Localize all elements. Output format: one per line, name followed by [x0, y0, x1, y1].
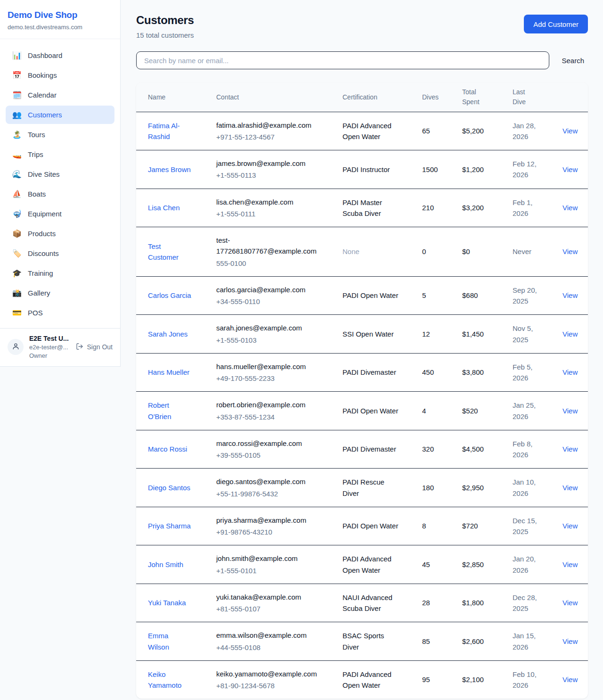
view-link[interactable]: View — [562, 330, 578, 338]
customer-email: robert.obrien@example.com — [216, 399, 319, 410]
search-input[interactable] — [136, 51, 549, 69]
calendar-icon: 🗓️ — [12, 91, 22, 99]
customer-certification: PADI Advanced Open Water — [342, 553, 400, 576]
user-info: E2E Test U... e2e-tester@... Owner — [29, 335, 70, 359]
customer-last-dive: Never — [513, 246, 543, 257]
customer-last-dive: Feb 1, 2026 — [513, 197, 543, 219]
sidebar: Demo Dive Shop demo.test.divestreams.com… — [0, 0, 121, 367]
trips-icon: 🚤 — [12, 150, 22, 159]
customer-name-link[interactable]: Fatima Al-Rashid — [148, 120, 191, 142]
sidebar-item-dive-sites[interactable]: 🌊 Dive Sites — [6, 165, 114, 183]
customer-email: yuki.tanaka@example.com — [216, 592, 319, 602]
view-link[interactable]: View — [562, 675, 578, 684]
customer-name-link[interactable]: Keiko Yamamoto — [148, 669, 191, 691]
customer-phone: +353-87-555-1234 — [216, 412, 334, 422]
customer-name-link[interactable]: Priya Sharma — [148, 520, 191, 531]
customer-phone: +1-555-0111 — [216, 208, 334, 219]
table-row: Test Customer test-1772681807767@example… — [136, 227, 588, 277]
sidebar-item-pos[interactable]: 💳 POS — [6, 304, 114, 322]
sidebar-item-boats[interactable]: ⛵ Boats — [6, 185, 114, 203]
customer-name-link[interactable]: John Smith — [148, 559, 183, 570]
column-header-name: Name — [136, 82, 216, 112]
sidebar-item-training[interactable]: 🎓 Training — [6, 264, 114, 282]
customer-phone: +1-555-0113 — [216, 170, 334, 181]
view-link[interactable]: View — [562, 445, 578, 453]
customer-name-link[interactable]: Hans Mueller — [148, 367, 189, 378]
products-icon: 📦 — [12, 229, 22, 238]
customer-name-link[interactable]: Carlos Garcia — [148, 290, 191, 301]
sidebar-item-products[interactable]: 📦 Products — [6, 224, 114, 243]
customer-last-dive: Feb 12, 2026 — [513, 158, 543, 181]
customer-email: fatima.alrashid@example.com — [216, 120, 319, 131]
customer-name-link[interactable]: Sarah Jones — [148, 329, 187, 339]
customers-table-card: NameContactCertificationDivesTotal Spent… — [136, 82, 588, 699]
customer-total-spent: $0 — [462, 247, 470, 255]
sidebar-item-trips[interactable]: 🚤 Trips — [6, 145, 114, 164]
view-link[interactable]: View — [562, 204, 578, 212]
customer-name-link[interactable]: Marco Rossi — [148, 444, 187, 454]
customer-name-link[interactable]: Lisa Chen — [148, 202, 180, 213]
customer-dives: 8 — [422, 522, 426, 530]
customer-total-spent: $2,100 — [462, 675, 484, 684]
customer-certification: NAUI Advanced Scuba Diver — [342, 592, 400, 614]
sidebar-header: Demo Dive Shop demo.test.divestreams.com — [0, 0, 120, 39]
sidebar-item-discounts[interactable]: 🏷️ Discounts — [6, 244, 114, 263]
view-link[interactable]: View — [562, 637, 578, 645]
sidebar-item-dashboard[interactable]: 📊 Dashboard — [6, 46, 114, 65]
view-link[interactable]: View — [562, 522, 578, 530]
view-link[interactable]: View — [562, 407, 578, 415]
sidebar-item-calendar[interactable]: 🗓️ Calendar — [6, 86, 114, 104]
customers-icon: 👥 — [12, 110, 22, 119]
table-row: Sarah Jones sarah.jones@example.com +1-5… — [136, 315, 588, 354]
sidebar-item-equipment[interactable]: 🤿 Equipment — [6, 205, 114, 223]
equipment-icon: 🤿 — [12, 209, 22, 218]
sign-out-button[interactable]: Sign Out — [76, 343, 113, 352]
customer-total-spent: $4,500 — [462, 445, 484, 453]
view-link[interactable]: View — [562, 127, 578, 135]
customer-dives: 45 — [422, 560, 430, 568]
search-row: Search — [136, 51, 588, 69]
sidebar-item-customers[interactable]: 👥 Customers — [6, 106, 114, 124]
view-link[interactable]: View — [562, 599, 578, 607]
user-name: E2E Test U... — [29, 335, 70, 342]
customer-name-link[interactable]: Diego Santos — [148, 482, 190, 493]
customer-total-spent: $1,800 — [462, 599, 484, 607]
tours-icon: 🏝️ — [12, 130, 22, 139]
customer-last-dive: Dec 28, 2025 — [513, 592, 543, 614]
search-button[interactable]: Search — [562, 57, 588, 65]
customer-name-link[interactable]: Emma Wilson — [148, 630, 191, 652]
customer-name-link[interactable]: Test Customer — [148, 241, 191, 263]
sidebar-item-bookings[interactable]: 📅 Bookings — [6, 66, 114, 84]
sidebar-item-tours[interactable]: 🏝️ Tours — [6, 125, 114, 144]
customer-dives: 12 — [422, 330, 430, 338]
sidebar-item-gallery[interactable]: 📸 Gallery — [6, 284, 114, 302]
customer-certification: PADI Divemaster — [342, 367, 400, 378]
view-link[interactable]: View — [562, 368, 578, 376]
view-link[interactable]: View — [562, 247, 578, 255]
add-customer-button[interactable]: Add Customer — [524, 15, 588, 33]
customer-name-link[interactable]: Yuki Tanaka — [148, 597, 186, 608]
customer-total-spent: $680 — [462, 291, 478, 299]
page: Demo Dive Shop demo.test.divestreams.com… — [0, 0, 603, 700]
customer-certification: PADI Advanced Open Water — [342, 669, 400, 691]
customer-certification: PADI Instructor — [342, 164, 400, 175]
column-header-last-dive: Last Dive — [513, 82, 562, 112]
gallery-icon: 📸 — [12, 288, 22, 297]
view-link[interactable]: View — [562, 165, 578, 173]
customer-dives: 180 — [422, 484, 434, 492]
customer-dives: 320 — [422, 445, 434, 453]
customer-last-dive: Jan 28, 2026 — [513, 120, 543, 142]
view-link[interactable]: View — [562, 291, 578, 299]
page-header: Customers 15 total customers Add Custome… — [136, 14, 588, 39]
customer-name-link[interactable]: James Brown — [148, 164, 191, 175]
customer-email: marco.rossi@example.com — [216, 438, 319, 449]
customer-dives: 210 — [422, 204, 434, 212]
customer-phone: +1-555-0101 — [216, 565, 334, 576]
customer-certification: PADI Open Water — [342, 290, 400, 301]
customer-dives: 85 — [422, 637, 430, 645]
view-link[interactable]: View — [562, 560, 578, 568]
view-link[interactable]: View — [562, 484, 578, 492]
customer-phone: +55-11-99876-5432 — [216, 488, 334, 499]
customer-last-dive: Feb 8, 2026 — [513, 438, 543, 461]
customer-name-link[interactable]: Robert O'Brien — [148, 400, 191, 422]
